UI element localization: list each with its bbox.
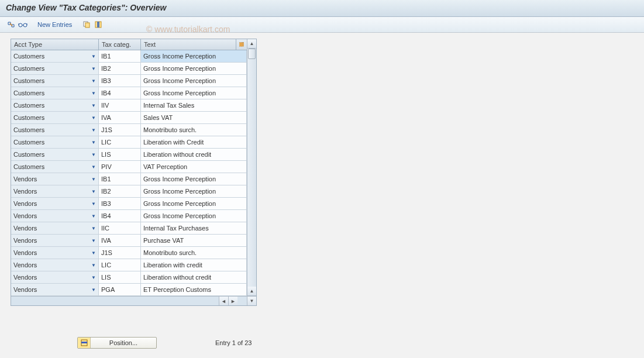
table-row[interactable]: Customers▼IB3Gross Income Perception [11, 75, 247, 87]
table-row[interactable]: Customers▼IB4Gross Income Perception [11, 87, 247, 99]
scroll-right-icon[interactable]: ► [228, 297, 237, 305]
text-cell[interactable]: Purchase VAT [141, 235, 247, 246]
acct-type-cell[interactable]: Customers▼ [11, 50, 99, 62]
chevron-down-icon[interactable]: ▼ [91, 275, 96, 280]
tax-categ-cell[interactable]: LIS [99, 149, 141, 160]
table-row[interactable]: Customers▼IVASales VAT [11, 112, 247, 124]
chevron-down-icon[interactable]: ▼ [91, 177, 96, 182]
acct-type-cell[interactable]: Vendors▼ [11, 173, 99, 185]
chevron-down-icon[interactable]: ▼ [91, 78, 96, 84]
tax-categ-cell[interactable]: PIV [99, 161, 141, 173]
scroll-up-page-icon[interactable]: ▲ [247, 287, 256, 296]
acct-type-cell[interactable]: Customers▼ [11, 136, 99, 148]
text-cell[interactable]: Liberation without credit [141, 271, 247, 283]
scroll-up-icon[interactable]: ▲ [247, 39, 256, 49]
tax-categ-cell[interactable]: IIC [99, 222, 141, 234]
chevron-down-icon[interactable]: ▼ [91, 287, 96, 292]
tax-categ-cell[interactable]: IVA [99, 112, 141, 123]
chevron-down-icon[interactable]: ▼ [91, 91, 96, 96]
text-cell[interactable]: Monotributo surch. [141, 247, 247, 259]
scroll-thumb[interactable] [248, 49, 256, 59]
chevron-down-icon[interactable]: ▼ [91, 201, 96, 206]
table-row[interactable]: Vendors▼LISLiberation without credit [11, 271, 247, 284]
acct-type-cell[interactable]: Customers▼ [11, 124, 99, 136]
glasses-icon[interactable] [18, 19, 28, 30]
tax-categ-cell[interactable]: IB3 [99, 198, 141, 209]
col-header-text[interactable]: Text [141, 39, 236, 50]
acct-type-cell[interactable]: Vendors▼ [11, 198, 99, 209]
table-row[interactable]: Customers▼LICLiberation with Credit [11, 136, 247, 149]
tax-categ-cell[interactable]: IVA [99, 235, 141, 246]
delimit-icon[interactable] [93, 19, 104, 30]
chevron-down-icon[interactable]: ▼ [91, 140, 96, 145]
acct-type-cell[interactable]: Vendors▼ [11, 185, 99, 197]
text-cell[interactable]: Monotributo surch. [141, 124, 247, 136]
tax-categ-cell[interactable]: IB2 [99, 185, 141, 197]
table-row[interactable]: Vendors▼PGAET Perception Customs [11, 284, 247, 296]
text-cell[interactable]: Gross Income Perception [141, 63, 247, 74]
acct-type-cell[interactable]: Customers▼ [11, 149, 99, 160]
acct-type-cell[interactable]: Vendors▼ [11, 271, 99, 283]
tax-categ-cell[interactable]: LIC [99, 259, 141, 271]
chevron-down-icon[interactable]: ▼ [91, 103, 96, 108]
text-cell[interactable]: Liberation with credit [141, 259, 247, 271]
table-row[interactable]: Customers▼IIVInternal Tax Sales [11, 99, 247, 112]
table-row[interactable]: Vendors▼IB3Gross Income Perception [11, 198, 247, 210]
col-header-tax-categ[interactable]: Tax categ. [99, 39, 141, 50]
text-cell[interactable]: VAT Perception [141, 161, 247, 173]
col-header-acct-type[interactable]: Acct Type [11, 39, 99, 50]
scroll-track[interactable] [247, 49, 256, 287]
tax-categ-cell[interactable]: J1S [99, 247, 141, 259]
acct-type-cell[interactable]: Vendors▼ [11, 247, 99, 259]
table-row[interactable]: Customers▼IB2Gross Income Perception [11, 63, 247, 75]
tax-categ-cell[interactable]: J1S [99, 124, 141, 136]
tax-categ-cell[interactable]: IB1 [99, 173, 141, 185]
text-cell[interactable]: Gross Income Perception [141, 50, 247, 62]
table-row[interactable]: Vendors▼IVAPurchase VAT [11, 235, 247, 247]
chevron-down-icon[interactable]: ▼ [91, 263, 96, 268]
text-cell[interactable]: Internal Tax Sales [141, 99, 247, 111]
text-cell[interactable]: ET Perception Customs [141, 284, 247, 295]
tax-categ-cell[interactable]: LIC [99, 136, 141, 148]
scroll-left-icon[interactable]: ◄ [219, 297, 228, 305]
table-row[interactable]: Customers▼J1SMonotributo surch. [11, 124, 247, 136]
toggle-icon[interactable] [6, 19, 16, 30]
acct-type-cell[interactable]: Customers▼ [11, 87, 99, 99]
acct-type-cell[interactable]: Customers▼ [11, 112, 99, 123]
table-row[interactable]: Customers▼LISLiberation without credit [11, 149, 247, 161]
table-row[interactable]: Vendors▼IB2Gross Income Perception [11, 185, 247, 198]
table-row[interactable]: Customers▼IB1Gross Income Perception [11, 50, 247, 63]
tax-categ-cell[interactable]: IIV [99, 99, 141, 111]
chevron-down-icon[interactable]: ▼ [91, 238, 96, 243]
tax-categ-cell[interactable]: IB1 [99, 50, 141, 62]
table-row[interactable]: Vendors▼J1SMonotributo surch. [11, 247, 247, 259]
table-row[interactable]: Customers▼PIVVAT Perception [11, 161, 247, 173]
text-cell[interactable]: Gross Income Perception [141, 185, 247, 197]
table-row[interactable]: Vendors▼IB1Gross Income Perception [11, 173, 247, 185]
chevron-down-icon[interactable]: ▼ [91, 152, 96, 157]
text-cell[interactable]: Sales VAT [141, 112, 247, 123]
tax-categ-cell[interactable]: IB3 [99, 75, 141, 87]
new-entries-button[interactable]: New Entries [34, 21, 75, 28]
chevron-down-icon[interactable]: ▼ [91, 189, 96, 194]
text-cell[interactable]: Liberation without credit [141, 149, 247, 160]
chevron-down-icon[interactable]: ▼ [91, 226, 96, 231]
text-cell[interactable]: Gross Income Perception [141, 75, 247, 87]
text-cell[interactable]: Gross Income Perception [141, 210, 247, 222]
tax-categ-cell[interactable]: IB2 [99, 63, 141, 74]
chevron-down-icon[interactable]: ▼ [91, 54, 96, 59]
tax-categ-cell[interactable]: IB4 [99, 87, 141, 99]
tax-categ-cell[interactable]: PGA [99, 284, 141, 295]
chevron-down-icon[interactable]: ▼ [91, 250, 96, 256]
position-button[interactable]: Position... [77, 337, 157, 349]
scroll-down-icon[interactable]: ▼ [247, 296, 256, 305]
chevron-down-icon[interactable]: ▼ [91, 66, 96, 71]
copy-icon[interactable] [81, 19, 92, 30]
tax-categ-cell[interactable]: IB4 [99, 210, 141, 222]
acct-type-cell[interactable]: Customers▼ [11, 75, 99, 87]
table-row[interactable]: Vendors▼LICLiberation with credit [11, 259, 247, 271]
text-cell[interactable]: Gross Income Perception [141, 198, 247, 209]
acct-type-cell[interactable]: Vendors▼ [11, 284, 99, 295]
text-cell[interactable]: Gross Income Perception [141, 87, 247, 99]
chevron-down-icon[interactable]: ▼ [91, 164, 96, 170]
